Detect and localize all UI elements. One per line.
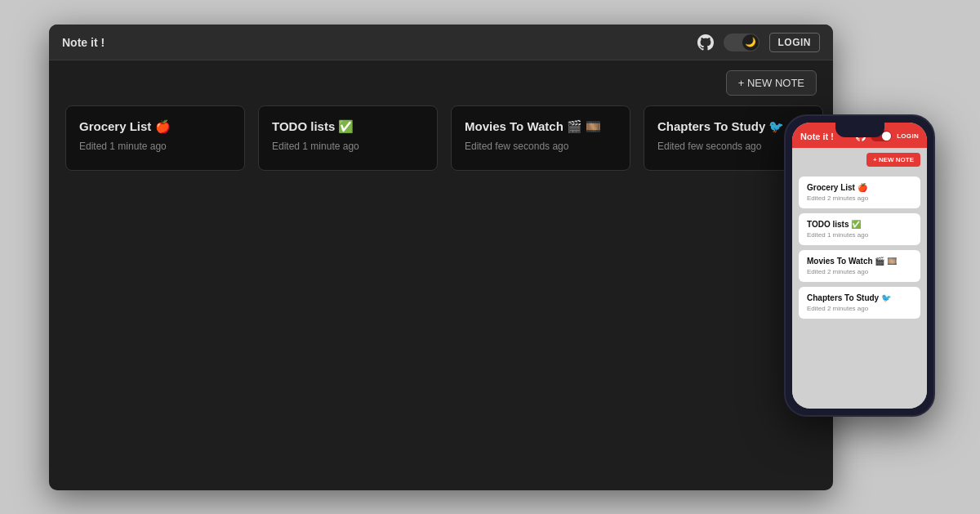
note-card-1[interactable]: TODO lists ✅ Edited 1 minute ago — [258, 105, 438, 171]
phone-note-card-2[interactable]: Movies To Watch 🎬 🎞️ Edited 2 minutes ag… — [799, 250, 920, 282]
note-card-time-2: Edited few seconds ago — [465, 141, 617, 152]
desktop-header: Note it ! 🌙 LOGIN — [49, 25, 833, 60]
phone-note-card-3[interactable]: Chapters To Study 🐦 Edited 2 minutes ago — [799, 287, 920, 319]
phone-note-time-1: Edited 1 minutes ago — [807, 231, 912, 239]
note-card-time-0: Edited 1 minute ago — [79, 141, 231, 152]
new-note-button[interactable]: + NEW NOTE — [726, 70, 817, 96]
phone-screen: Note it ! LOGIN + NEW NOTE Grocery List … — [792, 123, 927, 409]
desktop-cards: Grocery List 🍎 Edited 1 minute ago TODO … — [49, 105, 833, 171]
theme-toggle-knob: 🌙 — [742, 34, 759, 51]
phone-note-title-2: Movies To Watch 🎬 🎞️ — [807, 257, 912, 266]
note-card-time-1: Edited 1 minute ago — [272, 141, 424, 152]
phone-note-time-0: Edited 2 minutes ago — [807, 194, 912, 202]
phone-cards: Grocery List 🍎 Edited 2 minutes ago TODO… — [792, 172, 927, 409]
desktop-app: Note it ! 🌙 LOGIN + NEW NOTE Grocery Lis… — [49, 25, 833, 490]
login-button[interactable]: LOGIN — [769, 33, 821, 52]
note-card-title-0: Grocery List 🍎 — [79, 119, 231, 134]
theme-toggle[interactable]: 🌙 — [724, 34, 760, 51]
phone-notch — [835, 123, 884, 137]
mobile-phone: Note it ! LOGIN + NEW NOTE Grocery List … — [784, 114, 935, 417]
note-card-title-2: Movies To Watch 🎬 🎞️ — [465, 119, 617, 134]
phone-login-button[interactable]: LOGIN — [897, 132, 919, 140]
github-icon[interactable] — [697, 34, 714, 51]
phone-note-title-1: TODO lists ✅ — [807, 220, 912, 229]
note-card-2[interactable]: Movies To Watch 🎬 🎞️ Edited few seconds … — [451, 105, 630, 171]
phone-theme-knob — [882, 132, 891, 141]
phone-app-title: Note it ! — [800, 132, 834, 141]
phone-toolbar: + NEW NOTE — [792, 148, 927, 172]
phone-note-card-1[interactable]: TODO lists ✅ Edited 1 minutes ago — [799, 213, 920, 245]
phone-note-time-2: Edited 2 minutes ago — [807, 268, 912, 275]
app-title: Note it ! — [62, 36, 105, 49]
phone-note-title-0: Grocery List 🍎 — [807, 183, 912, 192]
note-card-0[interactable]: Grocery List 🍎 Edited 1 minute ago — [65, 105, 245, 171]
phone-note-card-0[interactable]: Grocery List 🍎 Edited 2 minutes ago — [799, 177, 920, 208]
desktop-toolbar: + NEW NOTE — [49, 60, 833, 105]
phone-note-time-3: Edited 2 minutes ago — [807, 305, 912, 312]
note-card-title-1: TODO lists ✅ — [272, 119, 424, 134]
phone-note-title-3: Chapters To Study 🐦 — [807, 293, 912, 302]
header-right: 🌙 LOGIN — [697, 33, 821, 52]
phone-new-note-button[interactable]: + NEW NOTE — [866, 153, 920, 167]
